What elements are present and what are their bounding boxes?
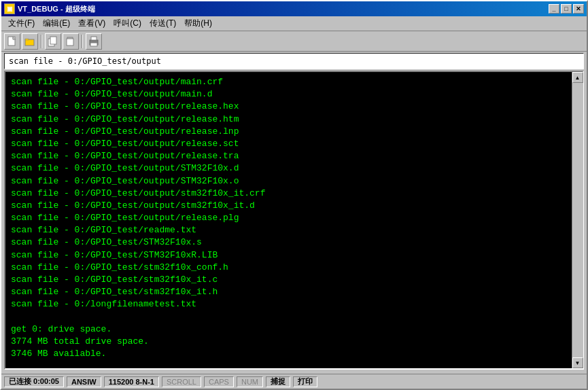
terminal-line: scan file - 0:/GPIO_test/output/release.… [11, 150, 569, 162]
terminal-line [11, 311, 569, 323]
title-buttons: _ □ ✕ [549, 4, 584, 14]
status-num: NUM [237, 376, 263, 387]
terminal-line: scan file - 0:/GPIO_test/output/main.crf [11, 76, 569, 88]
terminal-line: scan file - 0:/GPIO_test/output/STM32F10… [11, 175, 569, 188]
terminal-line: scan file - 0:/GPIO_test/output/release.… [11, 126, 569, 138]
toolbar-sep1 [41, 35, 42, 48]
toolbar-paste[interactable] [63, 33, 79, 50]
status-encoding: ANSIW [67, 376, 101, 387]
terminal-line: scan file - 0:/longfilenametest.txt [11, 298, 569, 311]
terminal-line: scan file - 0:/GPIO_test/STM32F10xR.LIB [11, 249, 569, 262]
scroll-up[interactable]: ▲ [572, 72, 583, 83]
address-text: scan file - 0:/GPIO_test/output [9, 56, 161, 66]
menu-help[interactable]: 帮助(H) [180, 16, 216, 31]
app-icon: ▣ [4, 3, 15, 14]
scrollbar[interactable]: ▲ ▼ [572, 72, 583, 368]
status-connected: 已连接 0:00:05 [4, 376, 64, 387]
terminal-line: scan file - 0:/GPIO_test/stm32f10x_it.h [11, 286, 569, 298]
minimize-button[interactable]: _ [549, 4, 559, 14]
terminal-line: scan file - 0:/GPIO_test/output/release.… [11, 212, 569, 224]
menu-view[interactable]: 查看(V) [74, 16, 109, 31]
status-bar: 已连接 0:00:05 ANSIW 115200 8-N-1 SCROLL CA… [1, 374, 587, 389]
close-button[interactable]: ✕ [573, 4, 584, 14]
terminal-line: scan file - 0:/GPIO_test/output/release.… [11, 101, 569, 113]
toolbar-sep2 [82, 35, 83, 48]
terminal-line: scan file - 0:/GPIO_test/stm32f10x_it.c [11, 274, 569, 286]
window-frame: ▣ VT_DEBUG - 超级终端 _ □ ✕ 文件(F) 编辑(E) 查看(V… [0, 0, 588, 390]
toolbar-open[interactable] [22, 33, 38, 50]
svg-rect-3 [25, 39, 29, 40]
terminal-line: get 0: drive space. [11, 323, 569, 336]
menu-transfer[interactable]: 传送(T) [145, 16, 180, 31]
scroll-down[interactable]: ▼ [572, 357, 583, 368]
status-baud: 115200 8-N-1 [104, 376, 159, 387]
title-bar: ▣ VT_DEBUG - 超级终端 _ □ ✕ [1, 1, 587, 16]
terminal-line: scan file - 0:/GPIO_test/readme.txt [11, 224, 569, 236]
terminal-line: 3746 MB available. [11, 348, 569, 360]
terminal-line: scan file - 0:/GPIO_test/output/main.d [11, 88, 569, 101]
terminal-line: scan file - 0:/GPIO_test/output/release.… [11, 113, 569, 126]
terminal-line: scan file - 0:/GPIO_test/output/STM32F10… [11, 162, 569, 175]
terminal-container: scan file - 0:/GPIO_test/output/main.crf… [4, 71, 584, 370]
svg-rect-7 [67, 39, 73, 46]
address-bar: scan file - 0:/GPIO_test/output [4, 53, 584, 69]
terminal-line: scan file - 0:/GPIO_test/output/stm32f10… [11, 188, 569, 200]
toolbar [1, 31, 587, 52]
menu-file[interactable]: 文件(F) [4, 16, 39, 31]
status-scroll: SCROLL [162, 376, 201, 387]
svg-rect-9 [91, 37, 97, 40]
menu-bar: 文件(F) 编辑(E) 查看(V) 呼叫(C) 传送(T) 帮助(H) [1, 16, 587, 31]
svg-rect-10 [90, 43, 97, 46]
toolbar-print[interactable] [86, 33, 102, 50]
scroll-track[interactable] [572, 83, 583, 357]
terminal-line: 3774 MB total drive space. [11, 336, 569, 348]
toolbar-new[interactable] [4, 33, 20, 50]
terminal-output[interactable]: scan file - 0:/GPIO_test/output/main.crf… [5, 72, 583, 368]
svg-rect-2 [25, 39, 34, 46]
status-caps: CAPS [204, 376, 234, 387]
svg-rect-5 [50, 37, 56, 44]
menu-edit[interactable]: 编辑(E) [39, 16, 74, 31]
menu-call[interactable]: 呼叫(C) [109, 16, 145, 31]
status-print[interactable]: 打印 [293, 376, 317, 387]
terminal-line: scan file - 0:/GPIO_test/stm32f10x_conf.… [11, 262, 569, 274]
terminal-line: scan file - 0:/GPIO_test/STM32F10x.s [11, 236, 569, 249]
terminal-line: scan file - 0:/GPIO_test/output/release.… [11, 138, 569, 150]
terminal-line: scan file - 0:/GPIO_test/output/stm32f10… [11, 200, 569, 212]
window-title: VT_DEBUG - 超级终端 [18, 4, 95, 14]
maximize-button[interactable]: □ [561, 4, 572, 14]
title-bar-left: ▣ VT_DEBUG - 超级终端 [4, 3, 95, 14]
toolbar-copy[interactable] [45, 33, 61, 50]
status-capture[interactable]: 捕捉 [266, 376, 290, 387]
